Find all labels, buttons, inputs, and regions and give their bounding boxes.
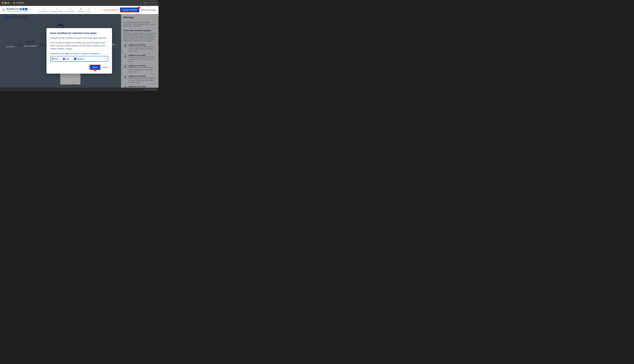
- rule-item[interactable]: ⚡ Rule: [87, 8, 91, 12]
- modal-actions: Save 2 Cancel: [50, 65, 108, 70]
- close-workflow-button[interactable]: ✕: [2, 8, 5, 12]
- footer: Yuehu Lin (fntsr.tw): [0, 88, 158, 91]
- toolbar-left: ✕ Workflow for iThome Ironman 2024 Team: [2, 8, 28, 12]
- workflow-subtitle: iThome Ironman 2024 Team: [6, 10, 28, 12]
- epic-remove-button[interactable]: ×: [70, 58, 71, 60]
- app-toolbar: ✕ Workflow for iThome Ironman 2024 Team …: [0, 6, 158, 14]
- icon-subtask: [25, 8, 27, 10]
- modal-desc1: Changes to this workflow will apply to t…: [50, 36, 108, 40]
- workflow-title: Workflow for: [6, 8, 28, 10]
- bookmark-icon[interactable]: □: [148, 2, 149, 4]
- selector-clear-button[interactable]: ✕: [105, 58, 107, 60]
- footer-text: Yuehu Lin (fntsr.tw): [143, 88, 157, 90]
- modal-overlay: Save workflow for selected issue types C…: [0, 14, 158, 88]
- workflow-title-text: Workflow for: [6, 8, 19, 10]
- inprogress-status-label: In-progress status: [50, 10, 63, 12]
- save-button[interactable]: Save 2: [90, 65, 100, 70]
- traffic-lights: [2, 2, 9, 4]
- view-warnings-button[interactable]: ⚠ View warnings (5): [101, 9, 118, 11]
- save-workflow-modal: Save workflow for selected issue types C…: [46, 28, 112, 74]
- inprogress-status-icon: +: [56, 8, 57, 10]
- subtask-remove-button[interactable]: ×: [84, 58, 85, 60]
- modal-desc2: If you create an additional workflow, yo…: [50, 41, 108, 50]
- todo-status-item[interactable]: + To-do status: [39, 8, 47, 12]
- minimize-traffic-light[interactable]: [5, 2, 6, 4]
- workflow-info: Workflow for iThome Ironman 2024 Team: [6, 8, 28, 12]
- icon-item: [20, 8, 22, 10]
- item-remove-button[interactable]: ×: [59, 58, 60, 60]
- tab-title: 私密瀏覽: [16, 2, 24, 4]
- app-window: 🔒 私密瀏覽 ‹ › ⊕ □ + ⛶ ✕ Workflow for: [0, 0, 158, 91]
- titlebar-right: ⊕ □ + ⛶: [144, 2, 157, 4]
- forward-arrow[interactable]: ›: [27, 2, 28, 4]
- close-traffic-light[interactable]: [2, 2, 4, 4]
- done-status-item[interactable]: + Done status: [66, 8, 74, 12]
- epic-icon: ⚡: [63, 58, 65, 60]
- todo-status-label: To-do status: [39, 10, 47, 12]
- icon-epic: [22, 8, 24, 10]
- todo-status-icon: +: [42, 8, 44, 10]
- discard-changes-button[interactable]: Discard changes: [141, 9, 156, 11]
- transition-label: Transition: [78, 10, 84, 12]
- save-label: Save: [93, 66, 97, 68]
- cancel-button[interactable]: Cancel: [102, 66, 108, 68]
- item-icon: ▣: [52, 58, 54, 60]
- modal-title: Save workflow for selected issue types: [50, 32, 108, 34]
- subtask-label: Subtask: [77, 58, 84, 60]
- warning-triangle-icon: ⚠: [101, 9, 103, 11]
- tab-icon: 🔒: [13, 2, 15, 4]
- main-area: ? Show transition labels START Create: [0, 14, 158, 88]
- warning-count-label: View warnings (5): [104, 9, 118, 11]
- back-arrow[interactable]: ‹: [26, 2, 26, 4]
- update-workflow-badge: 1: [138, 6, 140, 9]
- update-workflow-label: Update workflow: [122, 9, 137, 11]
- inprogress-status-item[interactable]: + In-progress status: [50, 8, 63, 12]
- toolbar-center: + To-do status + In-progress status + Do…: [39, 8, 90, 12]
- modal-select-label: Select the issue types you want to copy …: [50, 52, 108, 55]
- epic-label: Epic: [66, 58, 69, 60]
- share-icon[interactable]: ⊕: [144, 2, 146, 4]
- separator-2: |: [72, 58, 73, 60]
- rule-label: Rule: [87, 10, 91, 12]
- titlebar: 🔒 私密瀏覽 ‹ › ⊕ □ + ⛶: [0, 0, 158, 6]
- app-content: ✕ Workflow for iThome Ironman 2024 Team …: [0, 6, 158, 88]
- issue-tag-item: ▣ Item ×: [52, 58, 60, 60]
- add-tab-icon[interactable]: +: [151, 2, 152, 4]
- issue-type-selector[interactable]: ▣ Item × | ⚡ Epic × | ↳ Su: [50, 56, 108, 62]
- fullscreen-icon[interactable]: ⛶: [154, 2, 157, 4]
- toolbar-right: ⚠ View warnings (5) Update workflow 1 Di…: [101, 8, 156, 12]
- transition-icon: ⇄: [80, 8, 82, 10]
- issue-tag-epic: ⚡ Epic ×: [63, 58, 71, 60]
- fullscreen-traffic-light[interactable]: [8, 2, 9, 4]
- update-workflow-button[interactable]: Update workflow 1: [120, 8, 139, 12]
- rule-icon: ⚡: [88, 8, 90, 10]
- separator-1: |: [61, 58, 62, 60]
- save-badge: 2: [94, 68, 96, 71]
- transition-item[interactable]: ⇄ Transition: [78, 8, 84, 12]
- nav-arrows: ‹ ›: [26, 2, 28, 4]
- done-status-label: Done status: [66, 10, 74, 12]
- issue-tag-subtask: ↳ Subtask ×: [74, 58, 85, 60]
- done-status-icon: +: [70, 8, 71, 10]
- subtask-icon: ↳: [74, 58, 76, 60]
- item-label: Item: [54, 58, 58, 60]
